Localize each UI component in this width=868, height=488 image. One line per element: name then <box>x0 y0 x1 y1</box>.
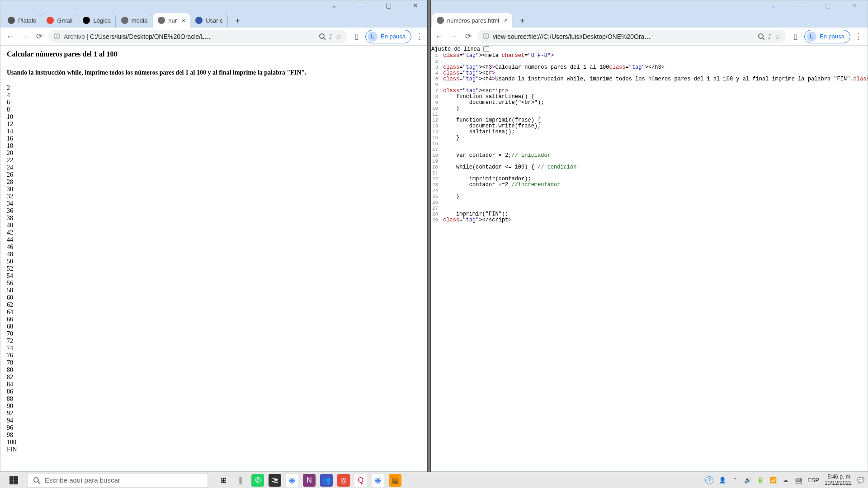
tab-favicon <box>195 17 203 24</box>
zoom-icon[interactable] <box>319 33 326 40</box>
page-info-icon[interactable]: ⓘ <box>483 33 489 41</box>
profile-status: En pausa <box>820 33 844 40</box>
number-list: 2468101214161820222426283032343638404244… <box>7 84 422 453</box>
sidepanel-icon[interactable]: ▯ <box>790 31 801 42</box>
window-close-icon[interactable]: ✕ <box>850 2 859 9</box>
list-item: 26 <box>7 171 422 178</box>
window-minimize-icon[interactable]: — <box>357 2 365 9</box>
svg-line-5 <box>38 482 40 483</box>
browser-tab[interactable]: Gmail <box>42 13 77 28</box>
tab-label: Platafo <box>18 17 36 24</box>
sidepanel-icon[interactable]: ▯ <box>351 31 362 42</box>
line-number-gutter: 1234567891011121314151617181920212223242… <box>429 53 441 223</box>
tab-close-icon[interactable]: × <box>182 17 185 24</box>
new-tab-button[interactable]: ＋ <box>516 14 528 27</box>
taskbar-app-task-view[interactable]: ⊞ <box>217 474 230 487</box>
list-item: 96 <box>7 424 422 432</box>
volume-icon[interactable]: 🔊 <box>744 477 751 484</box>
new-tab-button[interactable]: ＋ <box>231 14 244 27</box>
clock[interactable]: 5:46 p. m. 10/12/2022 <box>825 474 852 486</box>
tray-chevron-icon[interactable]: ⌃ <box>731 477 739 484</box>
list-item: 40 <box>7 222 422 229</box>
zoom-icon[interactable] <box>758 33 764 40</box>
forward-icon[interactable]: → <box>448 31 459 42</box>
browser-tab[interactable]: media <box>117 13 152 28</box>
browser-tab[interactable]: Lógica <box>78 13 115 28</box>
forward-icon[interactable]: → <box>19 31 30 42</box>
taskbar-app-app-red[interactable]: ◎ <box>337 474 350 487</box>
code-line: } <box>443 194 868 200</box>
taskbar-app-divider[interactable]: ‖ <box>234 474 247 487</box>
list-item: 72 <box>7 338 422 345</box>
svg-line-3 <box>763 38 764 40</box>
list-item: 28 <box>7 178 422 186</box>
tab-label: Gmail <box>57 17 72 24</box>
source-code: class="tag"><meta charset="UTF-8">class=… <box>441 53 868 223</box>
taskbar-app-teams[interactable]: 👥 <box>320 474 333 487</box>
back-icon[interactable]: ← <box>434 31 445 42</box>
battery-icon[interactable]: 🔋 <box>757 477 764 484</box>
taskbar: Escribe aquí para buscar ⊞‖✆🛍◉N👥◎Q◉▤ ? 👤… <box>0 472 868 488</box>
browser-tab[interactable]: Platafo <box>3 13 41 28</box>
language-indicator[interactable]: ESP <box>807 477 819 483</box>
help-icon[interactable]: ? <box>705 476 713 484</box>
windows-logo-icon <box>9 476 18 484</box>
bookmark-star-icon[interactable]: ☆ <box>336 33 342 40</box>
taskbar-app-whatsapp[interactable]: ✆ <box>251 474 264 487</box>
menu-kebab-icon[interactable]: ⋮ <box>415 32 424 42</box>
window-dropdown-icon[interactable]: ⌄ <box>330 2 338 9</box>
list-item-end: FIN <box>7 446 422 453</box>
window-close-icon[interactable]: ✕ <box>411 2 420 9</box>
taskbar-app-app-q[interactable]: Q <box>354 474 367 487</box>
window-maximize-icon[interactable]: ▢ <box>823 2 831 9</box>
start-button[interactable] <box>0 472 27 488</box>
profile-chip[interactable]: L En pausa <box>365 30 411 43</box>
list-item: 84 <box>7 381 422 388</box>
titlebar-left: ⌄ — ▢ ✕ <box>0 0 429 10</box>
taskbar-search[interactable]: Escribe aquí para buscar <box>27 473 208 488</box>
taskbar-app-chrome[interactable]: ◉ <box>286 474 298 487</box>
keyboard-icon[interactable]: ⌨ <box>795 477 802 484</box>
line-wrap-toggle[interactable]: Ajuste de línea <box>429 46 868 53</box>
page-info-icon[interactable]: ⓘ <box>54 33 60 41</box>
reload-icon[interactable]: ⟳ <box>463 31 474 42</box>
taskbar-app-ms-store[interactable]: 🛍 <box>269 474 281 487</box>
window-maximize-icon[interactable]: ▢ <box>384 2 392 9</box>
window-snap-divider[interactable] <box>427 0 431 472</box>
share-icon[interactable]: ⤴ <box>329 33 332 40</box>
taskbar-app-onenote[interactable]: N <box>303 474 316 487</box>
share-icon[interactable]: ⤴ <box>768 33 771 40</box>
browser-tab[interactable]: nur× <box>153 13 190 28</box>
profile-avatar: L <box>368 32 377 42</box>
address-bar-right[interactable]: ⓘ view-source:file:///C:/Users/luisi/Des… <box>477 30 786 43</box>
notifications-icon[interactable]: 💬 <box>857 477 864 484</box>
address-bar-left[interactable]: ⓘ Archivo | C:/Users/luisi/Desktop/ONE%2… <box>48 30 347 43</box>
tab-label: nur <box>168 17 177 24</box>
browser-tab[interactable]: numeros pares.html× <box>432 13 512 28</box>
profile-avatar: L <box>807 32 816 42</box>
menu-kebab-icon[interactable]: ⋮ <box>854 32 863 42</box>
taskbar-app-chrome-active[interactable]: ◉ <box>372 474 384 487</box>
search-icon <box>33 477 40 484</box>
browser-tab[interactable]: Usar c <box>191 13 228 28</box>
profile-status: En pausa <box>381 33 406 40</box>
line-wrap-checkbox[interactable] <box>483 46 489 52</box>
onedrive-icon[interactable]: ☁ <box>782 477 789 484</box>
tab-favicon <box>47 17 54 24</box>
list-item: 22 <box>7 157 422 164</box>
taskbar-app-sublime[interactable]: ▤ <box>389 474 401 487</box>
reload-icon[interactable]: ⟳ <box>34 31 45 42</box>
line-wrap-label: Ajuste de línea <box>431 46 483 52</box>
window-minimize-icon[interactable]: — <box>796 2 804 9</box>
tab-close-icon[interactable]: × <box>504 17 508 24</box>
list-item: 14 <box>7 128 422 135</box>
profile-chip[interactable]: L En pausa <box>804 30 850 43</box>
window-dropdown-icon[interactable]: ⌄ <box>769 2 777 9</box>
back-icon[interactable]: ← <box>5 31 16 42</box>
list-item: 42 <box>7 229 422 236</box>
wifi-icon[interactable]: 📶 <box>769 477 777 484</box>
list-item: 90 <box>7 403 422 410</box>
people-icon[interactable]: 👤 <box>719 477 726 484</box>
bookmark-star-icon[interactable]: ☆ <box>775 33 781 40</box>
list-item: 18 <box>7 142 422 150</box>
